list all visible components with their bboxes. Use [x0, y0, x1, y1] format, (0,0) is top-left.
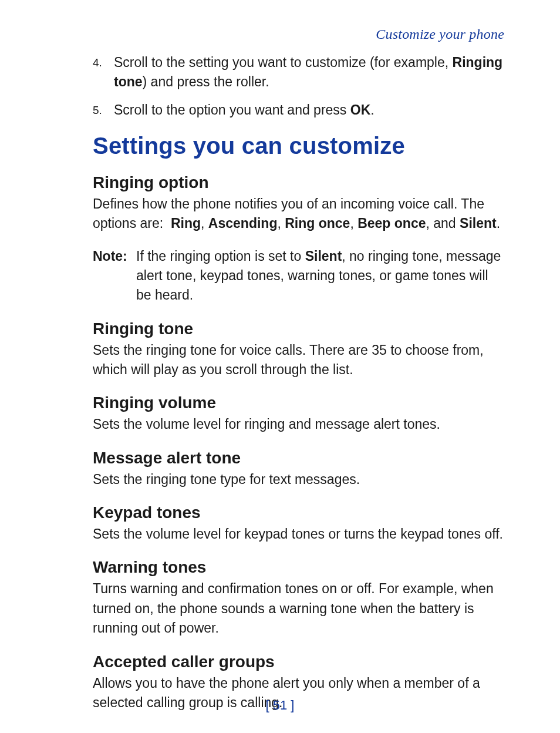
opt-ring-once: Ring once — [285, 216, 350, 231]
opt-beep-once: Beep once — [357, 216, 426, 231]
text: ) and press the roller. — [143, 74, 269, 89]
text: Scroll to the option you want and press — [114, 102, 350, 117]
step-list: 4. Scroll to the setting you want to cus… — [93, 53, 504, 120]
opt-silent: Silent — [460, 216, 497, 231]
page-header: Customize your phone — [93, 26, 504, 42]
text: . — [497, 216, 500, 231]
paragraph-ringing-option: Defines how the phone notifies you of an… — [93, 194, 504, 234]
paragraph-ringing-tone: Sets the ringing tone for voice calls. T… — [93, 341, 504, 380]
heading-ringing-tone: Ringing tone — [93, 320, 504, 338]
step-number: 5. — [93, 102, 110, 119]
note-label: Note: — [93, 247, 135, 266]
paragraph-warning-tones: Turns warning and confirmation tones on … — [93, 579, 504, 638]
step-5: 5. Scroll to the option you want and pre… — [93, 100, 504, 120]
page: Customize your phone 4. Scroll to the se… — [0, 0, 560, 733]
note: Note: If the ringing option is set to Si… — [93, 247, 504, 305]
bold-ok: OK — [350, 102, 371, 117]
paragraph-ringing-volume: Sets the volume level for ringing and me… — [93, 415, 504, 434]
heading-main: Settings you can customize — [93, 133, 504, 159]
step-body: Scroll to the setting you want to custom… — [114, 53, 504, 92]
bold-silent: Silent — [305, 248, 342, 264]
step-number: 4. — [93, 55, 110, 71]
paragraph-message-alert-tone: Sets the ringing tone type for text mess… — [93, 470, 504, 489]
text: , — [350, 216, 357, 231]
opt-ascending: Ascending — [208, 216, 278, 231]
heading-accepted-caller-groups: Accepted caller groups — [93, 653, 504, 671]
text: If the ringing option is set to — [136, 248, 305, 264]
text: , and — [426, 216, 460, 231]
heading-message-alert-tone: Message alert tone — [93, 449, 504, 468]
heading-ringing-option: Ringing option — [93, 173, 504, 192]
text: Scroll to the setting you want to custom… — [114, 55, 453, 70]
opt-ring: Ring — [171, 216, 201, 231]
text: . — [370, 102, 374, 117]
text: , — [277, 216, 285, 231]
step-body: Scroll to the option you want and press … — [114, 100, 504, 120]
heading-ringing-volume: Ringing volume — [93, 394, 504, 412]
step-4: 4. Scroll to the setting you want to cus… — [93, 53, 504, 92]
heading-keypad-tones: Keypad tones — [93, 503, 504, 522]
text: , — [201, 216, 208, 231]
paragraph-keypad-tones: Sets the volume level for keypad tones o… — [93, 524, 504, 544]
note-body: If the ringing option is set to Silent, … — [136, 247, 504, 305]
page-number: [ 51 ] — [0, 698, 560, 713]
heading-warning-tones: Warning tones — [93, 558, 504, 577]
